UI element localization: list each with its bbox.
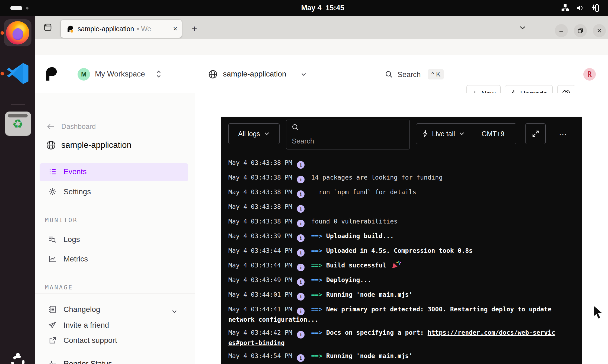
- party-popper-emoji: [392, 261, 400, 268]
- search-label[interactable]: Search: [398, 71, 421, 79]
- recycle-glyph: ♻: [5, 117, 30, 131]
- sidebar-back-dashboard[interactable]: Dashboard: [47, 122, 96, 131]
- sidebar-item-logs[interactable]: Logs: [48, 235, 80, 244]
- log-row: May 4 03:43:38 PMi: [228, 158, 556, 169]
- network-icon[interactable]: [561, 4, 569, 12]
- search-icon: [291, 123, 299, 131]
- firefox-view-icon[interactable]: [42, 22, 54, 33]
- log-row: May 4 03:43:44 PMi==> Uploaded in 4.5s. …: [228, 246, 556, 257]
- log-toolbar: All logs Search Live tail: [221, 117, 582, 154]
- workspace-indicator-dot[interactable]: [26, 7, 28, 9]
- volume-icon[interactable]: [576, 4, 584, 12]
- metrics-chart-icon: [48, 255, 57, 263]
- globe-icon: [208, 69, 218, 79]
- firefox-running-dot: [1, 31, 4, 35]
- changelog-chevron-icon[interactable]: [171, 309, 178, 314]
- vscode-running-dot: [1, 72, 4, 75]
- firefox-window: sample-application • We × +: [35, 16, 608, 364]
- expand-logs-button[interactable]: [525, 123, 546, 144]
- sidebar-section-manage: MANAGE: [45, 284, 73, 291]
- timezone-label[interactable]: GMT+9: [470, 130, 516, 138]
- main-content: All logs Search Live tail: [195, 93, 608, 364]
- log-row: May 4 03:43:38 PMi run `npm fund` for de…: [228, 188, 556, 198]
- screen: May 4 15:45: [0, 0, 608, 364]
- app-header: M My Workspace sample-application: [35, 55, 608, 93]
- live-tail-button-group[interactable]: Live tail GMT+9: [416, 123, 516, 144]
- back-arrow-icon: [47, 123, 55, 130]
- user-avatar[interactable]: R: [583, 68, 596, 81]
- sidebar-item-changelog[interactable]: Changelog: [48, 305, 100, 314]
- log-filter-button[interactable]: All logs: [228, 123, 280, 144]
- sidebar: Dashboard sample-application Events: [35, 93, 195, 364]
- sidebar-item-metrics[interactable]: Metrics: [48, 255, 88, 263]
- trash-icon[interactable]: ♻: [5, 111, 31, 136]
- log-row: May 4 03:43:39 PMi==> Uploading build...: [228, 232, 556, 242]
- tab-bar: sample-application • We × +: [35, 16, 608, 39]
- status-pulse-icon: [48, 359, 57, 364]
- info-icon: i: [297, 308, 305, 315]
- send-icon: [48, 321, 57, 330]
- tab-list-chevron-icon[interactable]: [519, 25, 527, 31]
- log-search-input[interactable]: Search: [286, 120, 410, 149]
- sidebar-item-settings[interactable]: Settings: [48, 187, 91, 196]
- tab-close-icon[interactable]: ×: [173, 25, 177, 33]
- log-row: May 4 03:43:38 PMifound 0 vulnerabilitie…: [228, 217, 556, 227]
- log-row: May 4 03:43:38 PMi: [228, 202, 556, 213]
- log-row: May 4 03:44:41 PMi==> New primary port d…: [228, 305, 556, 324]
- info-icon: i: [297, 278, 305, 286]
- service-switcher-chevron-icon[interactable]: [300, 71, 308, 78]
- sidebar-item-events-content[interactable]: Events: [48, 167, 87, 176]
- workspace-switcher-chevrons-icon[interactable]: [155, 69, 162, 79]
- info-icon: i: [297, 220, 305, 227]
- events-list-icon: [48, 167, 57, 176]
- workspace-name[interactable]: My Workspace: [95, 70, 145, 78]
- render-logo[interactable]: [42, 65, 59, 82]
- info-icon: i: [297, 234, 305, 242]
- log-more-button[interactable]: ⋯: [559, 123, 568, 144]
- dock: ♻: [0, 16, 35, 364]
- info-icon: i: [297, 176, 305, 183]
- log-row: May 4 03:43:49 PMi==> Deploying...: [228, 276, 556, 286]
- window-close-button[interactable]: [593, 24, 606, 37]
- battery-icon[interactable]: [591, 4, 599, 12]
- sidebar-service-name[interactable]: sample-application: [46, 140, 131, 151]
- vscode-icon[interactable]: [6, 62, 30, 85]
- firefox-icon[interactable]: [6, 21, 29, 44]
- log-row: May 4 03:43:38 PMi14 packages are lookin…: [228, 173, 556, 183]
- mouse-cursor: [593, 305, 604, 319]
- log-search-placeholder: Search: [292, 137, 314, 145]
- info-icon: i: [297, 264, 305, 271]
- new-tab-button[interactable]: +: [189, 23, 200, 34]
- changelog-icon: [48, 305, 57, 314]
- globe-icon: [46, 140, 56, 151]
- header-divider-2: [460, 65, 460, 90]
- render-favicon: [66, 25, 74, 33]
- system-top-bar: May 4 15:45: [0, 0, 608, 16]
- info-icon: i: [297, 161, 305, 169]
- info-icon: i: [297, 331, 305, 339]
- service-switcher-name[interactable]: sample-application: [223, 70, 286, 78]
- info-icon: i: [297, 190, 305, 198]
- sidebar-item-contact-support[interactable]: Contact support: [48, 336, 117, 345]
- search-icon[interactable]: [385, 70, 393, 79]
- log-rows: May 4 03:43:38 PMiMay 4 03:43:38 PMi14 p…: [221, 154, 582, 364]
- log-row: May 4 03:43:44 PMi==> Build successful: [228, 261, 556, 271]
- workspace-avatar[interactable]: M: [78, 68, 90, 81]
- browser-tab[interactable]: sample-application • We ×: [61, 20, 182, 38]
- sidebar-divider: [35, 293, 195, 293]
- gear-icon: [48, 187, 57, 196]
- info-icon: i: [297, 205, 305, 213]
- tab-title-secondary: • We: [137, 25, 151, 33]
- info-icon: i: [297, 293, 305, 301]
- log-panel: All logs Search Live tail: [221, 117, 582, 364]
- sidebar-item-invite-friend[interactable]: Invite a friend: [48, 321, 109, 330]
- live-tail-label: Live tail: [432, 130, 455, 138]
- workspace-indicator-active[interactable]: [10, 6, 22, 10]
- ubuntu-logo-icon[interactable]: [8, 352, 28, 364]
- window-restore-button[interactable]: [574, 24, 587, 37]
- sidebar-item-render-status[interactable]: Render Status: [48, 359, 112, 364]
- system-clock[interactable]: May 4 15:45: [287, 4, 358, 12]
- window-minimize-button[interactable]: [555, 24, 568, 37]
- header-divider: [68, 55, 68, 93]
- logs-icon: [48, 235, 57, 244]
